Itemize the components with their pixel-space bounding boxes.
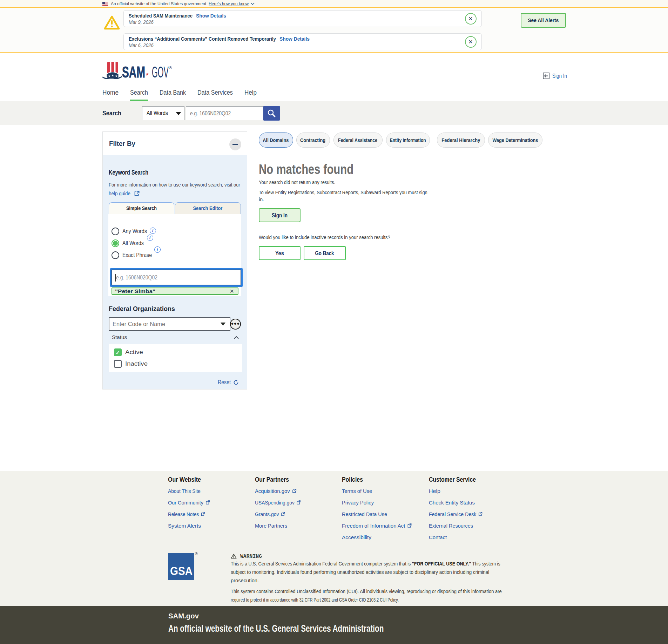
svg-text:®: ® bbox=[169, 66, 172, 70]
svg-text:SAM: SAM bbox=[122, 63, 145, 79]
svg-text:GOV: GOV bbox=[152, 63, 169, 79]
